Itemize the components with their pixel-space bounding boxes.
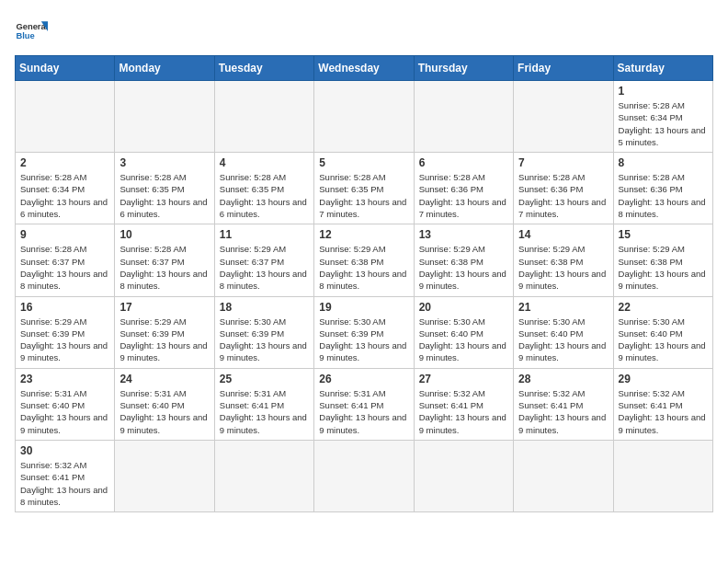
- logo: General Blue: [15, 15, 48, 48]
- day-info: Sunrise: 5:28 AM Sunset: 6:35 PM Dayligh…: [319, 171, 408, 220]
- day-info: Sunrise: 5:28 AM Sunset: 6:34 PM Dayligh…: [20, 171, 109, 220]
- day-info: Sunrise: 5:30 AM Sunset: 6:40 PM Dayligh…: [518, 316, 608, 364]
- day-number: 27: [419, 373, 508, 385]
- day-info: Sunrise: 5:30 AM Sunset: 6:40 PM Dayligh…: [619, 316, 708, 364]
- calendar-cell: [613, 440, 712, 511]
- calendar-cell: 30Sunrise: 5:32 AM Sunset: 6:41 PM Dayli…: [16, 440, 115, 511]
- calendar-cell: 23Sunrise: 5:31 AM Sunset: 6:40 PM Dayli…: [16, 368, 115, 440]
- day-info: Sunrise: 5:29 AM Sunset: 6:39 PM Dayligh…: [20, 316, 109, 364]
- general-blue-logo-icon: General Blue: [15, 15, 48, 48]
- calendar-cell: 21Sunrise: 5:30 AM Sunset: 6:40 PM Dayli…: [514, 296, 613, 368]
- day-info: Sunrise: 5:29 AM Sunset: 6:38 PM Dayligh…: [619, 243, 708, 292]
- day-number: 21: [518, 301, 608, 314]
- day-info: Sunrise: 5:29 AM Sunset: 6:37 PM Dayligh…: [220, 243, 309, 292]
- calendar-cell: 28Sunrise: 5:32 AM Sunset: 6:41 PM Dayli…: [514, 368, 613, 440]
- weekday-header-monday: Monday: [115, 56, 214, 81]
- day-number: 7: [518, 156, 608, 169]
- calendar-cell: [514, 440, 613, 511]
- calendar-cell: 3Sunrise: 5:28 AM Sunset: 6:35 PM Daylig…: [115, 153, 214, 224]
- calendar-cell: 6Sunrise: 5:28 AM Sunset: 6:36 PM Daylig…: [414, 153, 513, 224]
- calendar-cell: 15Sunrise: 5:29 AM Sunset: 6:38 PM Dayli…: [613, 224, 712, 296]
- calendar-cell: [314, 81, 414, 153]
- svg-text:Blue: Blue: [16, 31, 34, 40]
- calendar-cell: 7Sunrise: 5:28 AM Sunset: 6:36 PM Daylig…: [514, 153, 613, 224]
- calendar-cell: [115, 440, 214, 511]
- calendar-cell: 26Sunrise: 5:31 AM Sunset: 6:41 PM Dayli…: [314, 368, 414, 440]
- calendar-cell: 5Sunrise: 5:28 AM Sunset: 6:35 PM Daylig…: [314, 153, 414, 224]
- weekday-header-saturday: Saturday: [613, 56, 712, 81]
- calendar-cell: [414, 440, 513, 511]
- day-info: Sunrise: 5:28 AM Sunset: 6:35 PM Dayligh…: [119, 171, 209, 220]
- day-number: 24: [119, 373, 209, 385]
- weekday-header-friday: Friday: [514, 56, 613, 81]
- day-info: Sunrise: 5:30 AM Sunset: 6:40 PM Dayligh…: [419, 316, 508, 364]
- day-number: 29: [619, 373, 708, 385]
- day-info: Sunrise: 5:28 AM Sunset: 6:36 PM Dayligh…: [619, 171, 708, 220]
- calendar-cell: 27Sunrise: 5:32 AM Sunset: 6:41 PM Dayli…: [414, 368, 513, 440]
- day-info: Sunrise: 5:30 AM Sunset: 6:39 PM Dayligh…: [319, 316, 408, 364]
- calendar-cell: 1Sunrise: 5:28 AM Sunset: 6:34 PM Daylig…: [613, 81, 712, 153]
- day-info: Sunrise: 5:32 AM Sunset: 6:41 PM Dayligh…: [419, 387, 508, 436]
- day-number: 9: [20, 228, 109, 241]
- day-number: 3: [119, 156, 209, 169]
- day-info: Sunrise: 5:28 AM Sunset: 6:34 PM Dayligh…: [619, 99, 708, 148]
- day-number: 10: [119, 228, 209, 241]
- day-number: 5: [319, 156, 408, 169]
- day-info: Sunrise: 5:28 AM Sunset: 6:36 PM Dayligh…: [419, 171, 508, 220]
- day-number: 19: [319, 301, 408, 314]
- day-info: Sunrise: 5:28 AM Sunset: 6:37 PM Dayligh…: [119, 243, 209, 292]
- calendar-cell: 25Sunrise: 5:31 AM Sunset: 6:41 PM Dayli…: [214, 368, 313, 440]
- day-number: 18: [220, 301, 309, 314]
- calendar-cell: [214, 440, 313, 511]
- calendar-cell: 11Sunrise: 5:29 AM Sunset: 6:37 PM Dayli…: [214, 224, 313, 296]
- day-number: 6: [419, 156, 508, 169]
- calendar-cell: [414, 81, 513, 153]
- day-info: Sunrise: 5:29 AM Sunset: 6:38 PM Dayligh…: [518, 243, 608, 292]
- day-info: Sunrise: 5:30 AM Sunset: 6:39 PM Dayligh…: [220, 316, 309, 364]
- day-number: 8: [619, 156, 708, 169]
- calendar-cell: [214, 81, 313, 153]
- calendar-cell: [314, 440, 414, 511]
- weekday-header-sunday: Sunday: [16, 56, 115, 81]
- day-number: 26: [319, 373, 408, 385]
- day-number: 16: [20, 301, 109, 314]
- day-info: Sunrise: 5:31 AM Sunset: 6:40 PM Dayligh…: [119, 387, 209, 436]
- calendar-cell: [115, 81, 214, 153]
- weekday-header-thursday: Thursday: [414, 56, 513, 81]
- day-number: 14: [518, 228, 608, 241]
- day-number: 11: [220, 228, 309, 241]
- day-number: 28: [518, 373, 608, 385]
- day-info: Sunrise: 5:32 AM Sunset: 6:41 PM Dayligh…: [619, 387, 708, 436]
- calendar-cell: 20Sunrise: 5:30 AM Sunset: 6:40 PM Dayli…: [414, 296, 513, 368]
- day-number: 23: [20, 373, 109, 385]
- day-number: 25: [220, 373, 309, 385]
- calendar-cell: 12Sunrise: 5:29 AM Sunset: 6:38 PM Dayli…: [314, 224, 414, 296]
- day-info: Sunrise: 5:31 AM Sunset: 6:41 PM Dayligh…: [220, 387, 309, 436]
- calendar-cell: 19Sunrise: 5:30 AM Sunset: 6:39 PM Dayli…: [314, 296, 414, 368]
- weekday-header-tuesday: Tuesday: [214, 56, 313, 81]
- calendar-cell: 10Sunrise: 5:28 AM Sunset: 6:37 PM Dayli…: [115, 224, 214, 296]
- calendar-cell: 16Sunrise: 5:29 AM Sunset: 6:39 PM Dayli…: [16, 296, 115, 368]
- calendar-cell: 22Sunrise: 5:30 AM Sunset: 6:40 PM Dayli…: [613, 296, 712, 368]
- day-info: Sunrise: 5:31 AM Sunset: 6:41 PM Dayligh…: [319, 387, 408, 436]
- calendar-cell: 14Sunrise: 5:29 AM Sunset: 6:38 PM Dayli…: [514, 224, 613, 296]
- day-info: Sunrise: 5:31 AM Sunset: 6:40 PM Dayligh…: [20, 387, 109, 436]
- calendar-table: SundayMondayTuesdayWednesdayThursdayFrid…: [15, 55, 713, 512]
- day-info: Sunrise: 5:32 AM Sunset: 6:41 PM Dayligh…: [518, 387, 608, 436]
- day-number: 15: [619, 228, 708, 241]
- day-number: 22: [619, 301, 708, 314]
- day-number: 1: [619, 85, 708, 98]
- day-info: Sunrise: 5:29 AM Sunset: 6:38 PM Dayligh…: [319, 243, 408, 292]
- calendar-cell: 18Sunrise: 5:30 AM Sunset: 6:39 PM Dayli…: [214, 296, 313, 368]
- day-number: 20: [419, 301, 508, 314]
- day-number: 30: [20, 444, 109, 457]
- day-number: 2: [20, 156, 109, 169]
- day-info: Sunrise: 5:28 AM Sunset: 6:35 PM Dayligh…: [220, 171, 309, 220]
- day-number: 4: [220, 156, 309, 169]
- calendar-cell: [514, 81, 613, 153]
- calendar-cell: 9Sunrise: 5:28 AM Sunset: 6:37 PM Daylig…: [16, 224, 115, 296]
- calendar-cell: 17Sunrise: 5:29 AM Sunset: 6:39 PM Dayli…: [115, 296, 214, 368]
- day-number: 13: [419, 228, 508, 241]
- day-info: Sunrise: 5:29 AM Sunset: 6:39 PM Dayligh…: [119, 316, 209, 364]
- day-number: 17: [119, 301, 209, 314]
